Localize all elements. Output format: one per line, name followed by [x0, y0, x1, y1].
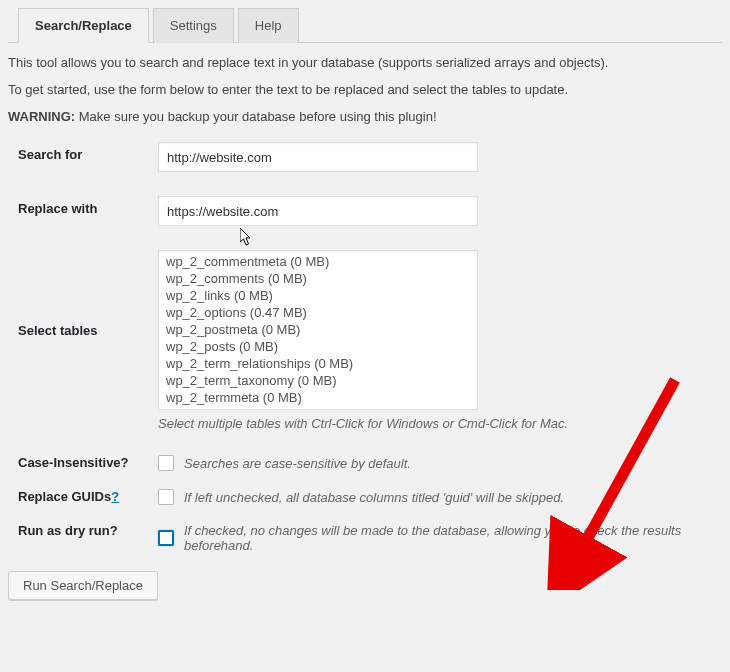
tab-search-replace[interactable]: Search/Replace — [18, 8, 149, 43]
label-replace-guids: Replace GUIDs? — [8, 489, 158, 504]
help-dry-run: If checked, no changes will be made to t… — [184, 523, 722, 553]
table-option[interactable]: wp_2_termmeta (0 MB) — [161, 389, 475, 406]
table-option[interactable]: wp_2_term_relationships (0 MB) — [161, 355, 475, 372]
table-option[interactable]: wp_2_postmeta (0 MB) — [161, 321, 475, 338]
search-input[interactable] — [158, 142, 478, 172]
row-replace-guids: Replace GUIDs? If left unchecked, all da… — [8, 489, 722, 505]
table-option[interactable]: wp_2_commentmeta (0 MB) — [161, 253, 475, 270]
replace-input[interactable] — [158, 196, 478, 226]
warning-label: WARNING: — [8, 109, 75, 124]
help-case-insensitive: Searches are case-sensitive by default. — [184, 456, 411, 471]
tab-settings[interactable]: Settings — [153, 8, 234, 43]
label-replace-with: Replace with — [8, 196, 158, 216]
intro-warning: WARNING: Make sure you backup your datab… — [8, 109, 722, 124]
submit-area: Run Search/Replace — [8, 571, 722, 600]
help-replace-guids: If left unchecked, all database columns … — [184, 490, 564, 505]
tabs: Search/Replace Settings Help — [8, 8, 722, 43]
row-search-for: Search for — [8, 142, 722, 172]
warning-text: Make sure you backup your database befor… — [75, 109, 436, 124]
label-select-tables: Select tables — [18, 323, 98, 338]
intro-text: This tool allows you to search and repla… — [8, 55, 722, 124]
table-option[interactable]: wp_2_comments (0 MB) — [161, 270, 475, 287]
table-option[interactable]: wp_2_posts (0 MB) — [161, 338, 475, 355]
table-option[interactable]: wp_2_options (0.47 MB) — [161, 304, 475, 321]
help-tables: Select multiple tables with Ctrl-Click f… — [158, 416, 722, 431]
help-link-guids[interactable]: ? — [111, 489, 119, 504]
intro-line1: This tool allows you to search and repla… — [8, 55, 722, 70]
run-search-replace-button[interactable]: Run Search/Replace — [8, 571, 158, 600]
row-select-tables: Select tables wp_2_commentmeta (0 MB)wp_… — [8, 250, 722, 431]
label-search-for: Search for — [8, 142, 158, 162]
intro-line2: To get started, use the form below to en… — [8, 82, 722, 97]
tables-select[interactable]: wp_2_commentmeta (0 MB)wp_2_comments (0 … — [158, 250, 478, 410]
checkbox-replace-guids[interactable] — [158, 489, 174, 505]
cursor-icon — [240, 228, 256, 248]
label-dry-run: Run as dry run? — [8, 523, 158, 538]
row-case-insensitive: Case-Insensitive? Searches are case-sens… — [8, 455, 722, 471]
tab-help[interactable]: Help — [238, 8, 299, 43]
row-dry-run: Run as dry run? If checked, no changes w… — [8, 523, 722, 553]
form: Search for Replace with Select tables wp… — [8, 142, 722, 553]
checkbox-case-insensitive[interactable] — [158, 455, 174, 471]
table-option[interactable]: wp_2_links (0 MB) — [161, 287, 475, 304]
table-option[interactable]: wp_2_terms (0 MB) — [161, 406, 475, 410]
label-case-insensitive: Case-Insensitive? — [8, 455, 158, 470]
checkbox-dry-run[interactable] — [158, 530, 174, 546]
table-option[interactable]: wp_2_term_taxonomy (0 MB) — [161, 372, 475, 389]
row-replace-with: Replace with — [8, 196, 722, 226]
